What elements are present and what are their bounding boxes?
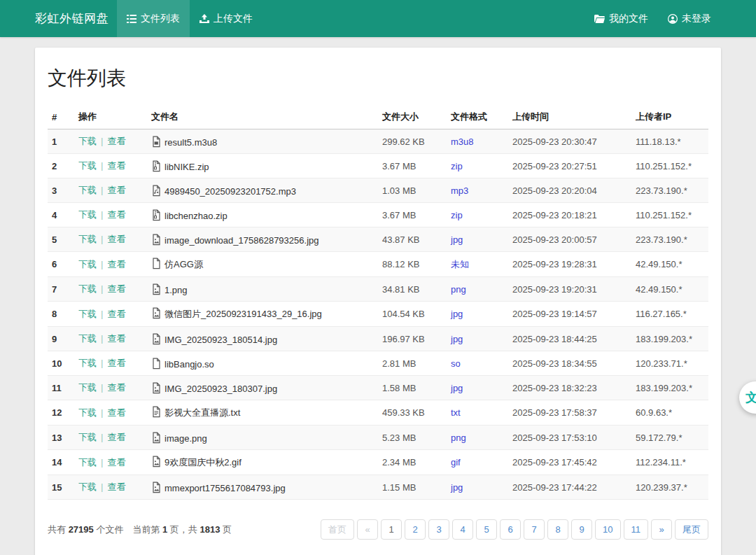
download-link[interactable]: 下载 xyxy=(78,136,97,146)
header-uploader-ip: 上传者IP xyxy=(631,105,708,129)
page-last-button[interactable]: 尾页 xyxy=(675,519,708,540)
page-title: 文件列表 xyxy=(48,67,708,90)
file-format-cell: mp3 xyxy=(447,178,508,203)
page-number-button[interactable]: 6 xyxy=(500,519,521,540)
file-format-link[interactable]: jpg xyxy=(451,309,463,319)
page-first-button: 首页 xyxy=(321,519,354,540)
page-number-button[interactable]: 7 xyxy=(524,519,545,540)
uploader-ip: 223.73.190.* xyxy=(631,178,708,203)
view-link[interactable]: 查看 xyxy=(107,382,125,393)
upload-time: 2025-09-23 19:20:31 xyxy=(508,277,631,302)
view-link[interactable]: 查看 xyxy=(107,482,125,492)
table-footer-bar: 共有 27195 个文件 当前第 1 页，共 1813 页 首页«1234567… xyxy=(48,519,708,540)
translate-widget-button[interactable]: 文 xyxy=(739,381,756,414)
download-link[interactable]: 下载 xyxy=(78,185,97,195)
download-link[interactable]: 下载 xyxy=(78,482,97,492)
action-separator: | xyxy=(101,185,103,195)
file-name: 仿AGG源 xyxy=(164,259,203,269)
file-list-card: 文件列表 # 操作 文件名 文件大小 文件格式 上传时间 上传者IP 1下载|查… xyxy=(35,48,721,555)
download-link[interactable]: 下载 xyxy=(78,358,97,368)
navbar: 彩虹外链网盘 文件列表 上传文件 我的文件 未登录 xyxy=(0,0,756,37)
view-link[interactable]: 查看 xyxy=(107,209,125,220)
view-link[interactable]: 查看 xyxy=(107,432,125,442)
page-number-button[interactable]: 1 xyxy=(381,519,402,540)
download-link[interactable]: 下载 xyxy=(78,407,97,418)
row-actions: 下载|查看 xyxy=(74,475,147,500)
page-number-button[interactable]: 11 xyxy=(624,519,649,540)
file-image-icon xyxy=(151,456,161,468)
page-next-button[interactable]: » xyxy=(651,519,672,540)
view-link[interactable]: 查看 xyxy=(107,333,125,344)
page-number-button[interactable]: 5 xyxy=(476,519,497,540)
action-separator: | xyxy=(101,457,103,468)
nav-item-file-list[interactable]: 文件列表 xyxy=(117,0,190,37)
view-link[interactable]: 查看 xyxy=(107,185,125,195)
download-link[interactable]: 下载 xyxy=(78,209,97,220)
row-index: 12 xyxy=(48,400,74,426)
download-link[interactable]: 下载 xyxy=(78,259,97,269)
uploader-ip: 60.9.63.* xyxy=(631,400,708,426)
page-number-button[interactable]: 8 xyxy=(547,519,568,540)
summary-text: 个文件 当前第 xyxy=(94,524,162,535)
download-link[interactable]: 下载 xyxy=(78,309,97,319)
file-format-link[interactable]: 未知 xyxy=(451,259,469,269)
file-name-cell: libBangjo.so xyxy=(147,351,378,376)
upload-time: 2025-09-23 17:53:10 xyxy=(508,426,631,450)
view-link[interactable]: 查看 xyxy=(107,234,125,244)
header-filename: 文件名 xyxy=(147,105,378,129)
file-size: 2.81 MB xyxy=(378,351,447,376)
view-link[interactable]: 查看 xyxy=(107,136,125,146)
download-link[interactable]: 下载 xyxy=(78,457,97,468)
action-separator: | xyxy=(101,209,103,220)
file-format-link[interactable]: jpg xyxy=(451,334,463,344)
view-link[interactable]: 查看 xyxy=(107,283,125,294)
file-format-link[interactable]: jpg xyxy=(451,383,463,393)
file-format-link[interactable]: png xyxy=(451,284,466,295)
download-link[interactable]: 下载 xyxy=(78,283,97,294)
nav-item-upload[interactable]: 上传文件 xyxy=(190,0,262,37)
table-row: 9下载|查看IMG_20250923_180514.jpg196.97 KBjp… xyxy=(48,327,708,351)
file-format-link[interactable]: png xyxy=(451,433,466,443)
page-number-button[interactable]: 2 xyxy=(405,519,426,540)
file-format-link[interactable]: mp3 xyxy=(451,185,468,196)
file-format-link[interactable]: m3u8 xyxy=(451,136,474,147)
action-separator: | xyxy=(101,333,103,344)
file-name: 微信图片_20250923191433_29_16.jpg xyxy=(164,309,322,319)
view-link[interactable]: 查看 xyxy=(107,358,125,368)
file-format-link[interactable]: txt xyxy=(451,407,461,418)
page-number-button[interactable]: 4 xyxy=(452,519,473,540)
view-link[interactable]: 查看 xyxy=(107,457,125,468)
summary-text: 页，共 xyxy=(167,524,200,535)
file-format-link[interactable]: gif xyxy=(451,457,461,468)
download-link[interactable]: 下载 xyxy=(78,234,97,244)
download-link[interactable]: 下载 xyxy=(78,160,97,171)
file-format-link[interactable]: zip xyxy=(451,210,463,220)
page-number-button[interactable]: 9 xyxy=(571,519,592,540)
download-link[interactable]: 下载 xyxy=(78,432,97,442)
file-format-link[interactable]: zip xyxy=(451,161,463,171)
file-name: 影视大全直播源.txt xyxy=(164,407,240,418)
download-link[interactable]: 下载 xyxy=(78,333,97,344)
view-link[interactable]: 查看 xyxy=(107,309,125,319)
view-link[interactable]: 查看 xyxy=(107,407,125,418)
file-name: image_download_1758628793256.jpg xyxy=(164,235,318,246)
page-number-button[interactable]: 3 xyxy=(428,519,449,540)
upload-time: 2025-09-23 20:00:57 xyxy=(508,227,631,252)
view-link[interactable]: 查看 xyxy=(107,259,125,269)
summary-text: 共有 xyxy=(48,524,69,535)
file-format-link[interactable]: jpg xyxy=(451,482,463,493)
file-format-link[interactable]: jpg xyxy=(451,234,463,245)
row-actions: 下载|查看 xyxy=(74,227,147,252)
download-link[interactable]: 下载 xyxy=(78,382,97,393)
view-link[interactable]: 查看 xyxy=(107,160,125,171)
nav-item-login-status[interactable]: 未登录 xyxy=(658,0,721,37)
uploader-ip: 183.199.203.* xyxy=(631,327,708,351)
row-index: 8 xyxy=(48,302,74,327)
nav-item-my-files[interactable]: 我的文件 xyxy=(584,0,658,37)
row-actions: 下载|查看 xyxy=(74,302,147,327)
page-number-button[interactable]: 10 xyxy=(595,519,620,540)
table-row: 8下载|查看微信图片_20250923191433_29_16.jpg104.5… xyxy=(48,302,708,327)
file-format-link[interactable]: so xyxy=(451,358,461,369)
file-size: 34.81 KB xyxy=(378,277,447,302)
table-row: 14下载|查看9欢度国庆中秋2.gif2.34 MBgif2025-09-23 … xyxy=(48,450,708,475)
